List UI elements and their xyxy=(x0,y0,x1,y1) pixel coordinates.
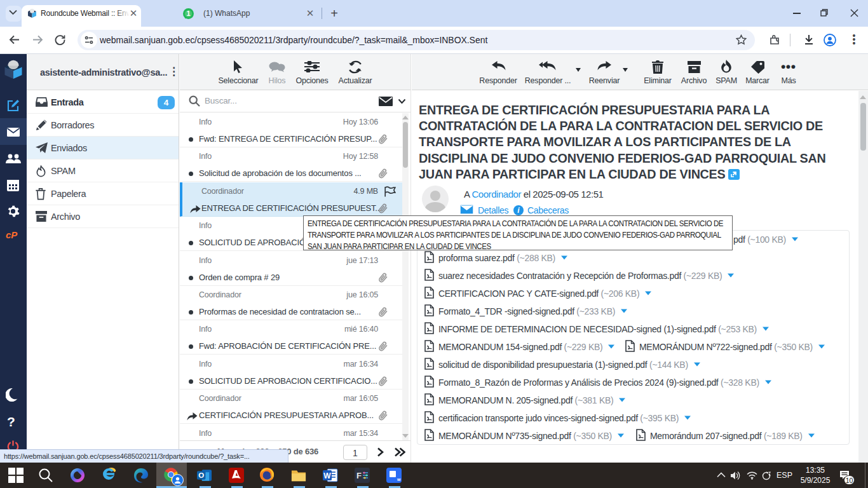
svg-text:w: w xyxy=(397,477,401,482)
svg-text:F: F xyxy=(356,471,362,480)
svg-text:1: 1 xyxy=(186,10,190,17)
svg-text:O: O xyxy=(198,471,204,479)
svg-text:W: W xyxy=(323,471,331,480)
